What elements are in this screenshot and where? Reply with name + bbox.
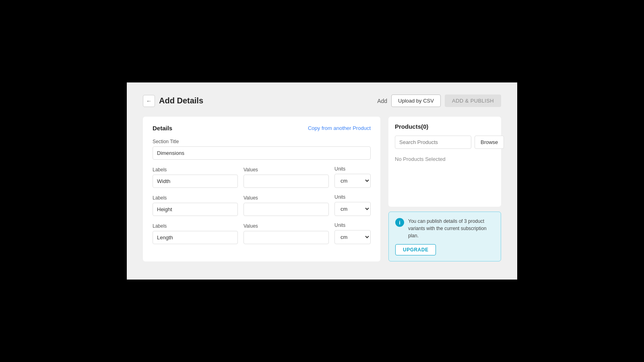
section-title-group: Section Title (153, 139, 371, 160)
header-left: ← Add Details (143, 95, 203, 107)
units-field-height: Units cm mm in ft (334, 194, 371, 216)
values-label-2: Values (244, 195, 329, 201)
search-row: Browse (395, 136, 495, 149)
units-field-length: Units cm mm in ft (334, 222, 371, 244)
add-label: Add (377, 98, 387, 104)
details-panel: Details Copy from another Product Sectio… (143, 117, 380, 261)
header-right: Add Upload by CSV ADD & PUBLISH (377, 95, 501, 107)
row-length: Labels Values Units cm mm in ft (153, 222, 371, 244)
back-icon: ← (146, 98, 152, 104)
right-panel: Products(0) Browse No Products Selected … (388, 117, 501, 261)
values-input-height[interactable] (244, 203, 329, 216)
values-field-length: Values (244, 223, 329, 244)
search-products-input[interactable] (395, 136, 471, 149)
labels-input-height[interactable] (153, 203, 238, 216)
values-input-length[interactable] (244, 231, 329, 244)
details-section-title: Details (153, 125, 172, 132)
row-width: Labels Values Units cm mm in ft (153, 166, 371, 188)
units-select-height[interactable]: cm mm in ft (334, 202, 371, 216)
section-title-input[interactable] (153, 146, 371, 160)
labels-field-height: Labels (153, 195, 238, 216)
values-field-height: Values (244, 195, 329, 216)
labels-field-width: Labels (153, 167, 238, 188)
values-field-width: Values (244, 167, 329, 188)
upgrade-content: i You can publish details of 3 product v… (395, 218, 494, 239)
row-height: Labels Values Units cm mm in ft (153, 194, 371, 216)
products-card: Products(0) Browse No Products Selected (388, 117, 501, 207)
details-header: Details Copy from another Product (153, 125, 371, 132)
labels-input-width[interactable] (153, 175, 238, 188)
app-container: ← Add Details Add Upload by CSV ADD & PU… (127, 82, 517, 280)
units-label-2: Units (334, 194, 371, 200)
copy-from-product-link[interactable]: Copy from another Product (308, 125, 371, 131)
labels-field-length: Labels (153, 223, 238, 244)
values-label-1: Values (244, 167, 329, 173)
values-label-3: Values (244, 223, 329, 229)
labels-label-2: Labels (153, 195, 238, 201)
browse-button[interactable]: Browse (475, 136, 504, 149)
units-select-length[interactable]: cm mm in ft (334, 230, 371, 244)
page-title: Add Details (159, 96, 203, 105)
add-publish-button[interactable]: ADD & PUBLISH (445, 95, 501, 107)
section-title-label: Section Title (153, 139, 371, 144)
labels-input-length[interactable] (153, 231, 238, 244)
upgrade-card: i You can publish details of 3 product v… (388, 212, 501, 261)
page-header: ← Add Details Add Upload by CSV ADD & PU… (143, 95, 501, 107)
main-content: Details Copy from another Product Sectio… (143, 117, 501, 261)
units-label-1: Units (334, 166, 371, 172)
back-button[interactable]: ← (143, 95, 155, 107)
no-products-text: No Products Selected (395, 154, 495, 164)
upgrade-button[interactable]: UPGRADE (395, 244, 436, 255)
units-field-width: Units cm mm in ft (334, 166, 371, 188)
upgrade-message: You can publish details of 3 product var… (408, 218, 494, 239)
products-title: Products(0) (395, 123, 495, 130)
values-input-width[interactable] (244, 175, 329, 188)
labels-label-3: Labels (153, 223, 238, 229)
units-label-3: Units (334, 222, 371, 228)
info-icon: i (395, 218, 404, 227)
labels-label-1: Labels (153, 167, 238, 173)
upload-csv-button[interactable]: Upload by CSV (391, 95, 441, 107)
units-select-width[interactable]: cm mm in ft (334, 174, 371, 188)
